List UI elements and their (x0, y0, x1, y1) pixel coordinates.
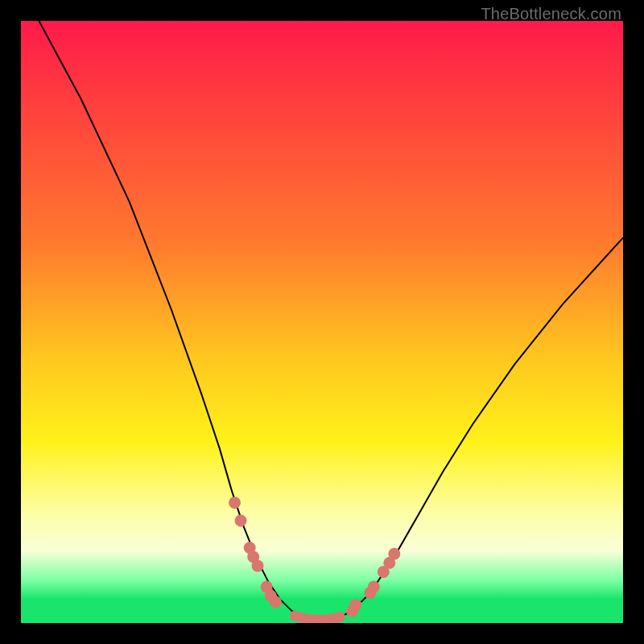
data-point (349, 599, 361, 611)
chart-svg (21, 21, 623, 623)
data-point (235, 514, 247, 526)
watermark-text: TheBottleneck.com (481, 5, 621, 23)
data-markers (229, 497, 400, 623)
data-point (270, 596, 282, 608)
data-point (388, 548, 400, 560)
bottleneck-curve (39, 21, 623, 620)
plot-area (21, 21, 623, 623)
data-point (335, 612, 345, 622)
data-point (252, 559, 264, 572)
chart-container: TheBottleneck.com (0, 0, 644, 644)
data-point (229, 497, 241, 509)
data-point (368, 581, 380, 593)
